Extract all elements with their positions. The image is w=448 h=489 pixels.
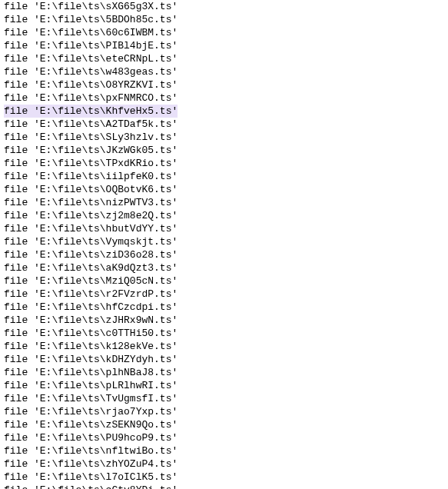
code-line[interactable]: file 'E:\file\ts\zJHRx9wN.ts' bbox=[4, 314, 448, 327]
code-line[interactable]: file 'E:\file\ts\plhNBaJ8.ts' bbox=[4, 366, 448, 379]
code-line[interactable]: file 'E:\file\ts\JKzWGk05.ts' bbox=[4, 144, 448, 157]
code-line[interactable]: file 'E:\file\ts\zhYOZuP4.ts' bbox=[4, 457, 448, 471]
code-line[interactable]: file 'E:\file\ts\5BDOh85c.ts' bbox=[4, 13, 448, 26]
code-line[interactable]: file 'E:\file\ts\TPxdKRio.ts' bbox=[4, 157, 448, 170]
code-line[interactable]: file 'E:\file\ts\l7oIClK5.ts' bbox=[4, 471, 448, 484]
code-line[interactable]: file 'E:\file\ts\SLy3hzlv.ts' bbox=[4, 131, 448, 144]
code-line[interactable]: file 'E:\file\ts\iilpfeK0.ts' bbox=[4, 170, 448, 183]
code-line[interactable]: file 'E:\file\ts\k128ekVe.ts' bbox=[4, 340, 448, 353]
code-line[interactable]: file 'E:\file\ts\zSEKN9Qo.ts' bbox=[4, 418, 448, 431]
code-line[interactable]: file 'E:\file\ts\TvUgmsfI.ts' bbox=[4, 392, 448, 405]
code-line[interactable]: file 'E:\file\ts\PIBl4bjE.ts' bbox=[4, 39, 448, 52]
code-line[interactable]: file 'E:\file\ts\A2TDaf5k.ts' bbox=[4, 118, 448, 131]
code-line[interactable]: file 'E:\file\ts\nizPWTV3.ts' bbox=[4, 196, 448, 209]
code-line[interactable]: file 'E:\file\ts\r2FVzrdP.ts' bbox=[4, 288, 448, 301]
code-editor[interactable]: file 'E:\file\ts\sXG65g3X.ts'file 'E:\fi… bbox=[4, 0, 448, 489]
code-line[interactable]: file 'E:\file\ts\OQBotvK6.ts' bbox=[4, 183, 448, 196]
code-line[interactable]: file 'E:\file\ts\pLRlhwRI.ts' bbox=[4, 379, 448, 392]
code-line[interactable]: file 'E:\file\ts\rjao7Yxp.ts' bbox=[4, 405, 448, 418]
code-line[interactable]: file 'E:\file\ts\MziQ05cN.ts' bbox=[4, 274, 448, 288]
code-line[interactable]: file 'E:\file\ts\pxFNMRCO.ts' bbox=[4, 91, 448, 105]
code-line[interactable]: file 'E:\file\ts\ziD36o28.ts' bbox=[4, 248, 448, 261]
code-line[interactable]: file 'E:\file\ts\Vymqskjt.ts' bbox=[4, 235, 448, 248]
code-line[interactable]: file 'E:\file\ts\nfltwiBo.ts' bbox=[4, 444, 448, 457]
code-line[interactable]: file 'E:\file\ts\aK9dQzt3.ts' bbox=[4, 261, 448, 274]
code-line[interactable]: file 'E:\file\ts\hbutVdYY.ts' bbox=[4, 222, 448, 235]
code-line[interactable]: file 'E:\file\ts\hfCzcdpi.ts' bbox=[4, 301, 448, 314]
code-line[interactable]: file 'E:\file\ts\O8YRZKVI.ts' bbox=[4, 78, 448, 91]
code-line[interactable]: file 'E:\file\ts\PU9hcoP9.ts' bbox=[4, 431, 448, 444]
code-line[interactable]: file 'E:\file\ts\60c6IWBM.ts' bbox=[4, 26, 448, 39]
code-line[interactable]: file 'E:\file\ts\zj2m8e2Q.ts' bbox=[4, 209, 448, 222]
code-line[interactable]: file 'E:\file\ts\c0TTHi50.ts' bbox=[4, 327, 448, 340]
code-line[interactable]: file 'E:\file\ts\eteCRNpL.ts' bbox=[4, 52, 448, 65]
code-line[interactable]: file 'E:\file\ts\kDHZYdyh.ts' bbox=[4, 353, 448, 366]
code-line[interactable]: file 'E:\file\ts\cCty8YDi.ts' bbox=[4, 484, 448, 489]
code-line[interactable]: file 'E:\file\ts\w483geas.ts' bbox=[4, 65, 448, 78]
code-line[interactable]: file 'E:\file\ts\KhfveHx5.ts' bbox=[4, 105, 178, 118]
code-line[interactable]: file 'E:\file\ts\sXG65g3X.ts' bbox=[4, 0, 448, 13]
